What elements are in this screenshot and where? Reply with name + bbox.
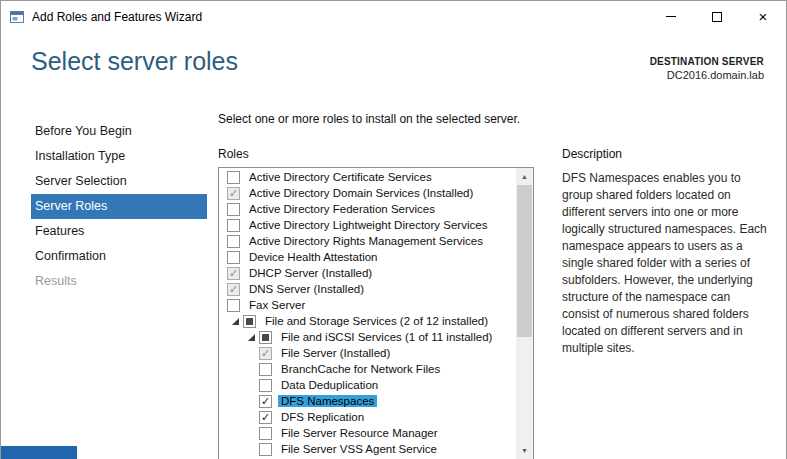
- role-label[interactable]: DFS Namespaces: [278, 395, 377, 407]
- role-label[interactable]: DHCP Server (Installed): [246, 267, 375, 279]
- role-row[interactable]: Fax Server: [219, 297, 516, 313]
- role-row[interactable]: ✓File Server (Installed): [219, 345, 516, 361]
- role-row[interactable]: File and Storage Services (2 of 12 insta…: [219, 313, 516, 329]
- titlebar[interactable]: Add Roles and Features Wizard ×: [1, 1, 786, 32]
- destination-server-name: DC2016.domain.lab: [650, 69, 764, 81]
- sidebar-item-server-roles[interactable]: Server Roles: [31, 194, 207, 219]
- role-label[interactable]: File and iSCSI Services (1 of 11 install…: [278, 331, 495, 343]
- role-row[interactable]: ✓DFS Namespaces: [219, 393, 516, 409]
- role-row[interactable]: Data Deduplication: [219, 377, 516, 393]
- indeterminate-icon: [262, 334, 269, 341]
- sidebar-item-server-selection[interactable]: Server Selection: [31, 169, 207, 194]
- role-label[interactable]: Active Directory Domain Services (Instal…: [246, 187, 476, 199]
- minimize-icon: [666, 16, 676, 17]
- role-checkbox[interactable]: [227, 251, 240, 264]
- role-checkbox[interactable]: [259, 427, 272, 440]
- sidebar-item-before-you-begin[interactable]: Before You Begin: [31, 119, 207, 144]
- role-checkbox[interactable]: ✓: [259, 347, 272, 360]
- role-label[interactable]: Device Health Attestation: [246, 251, 381, 263]
- role-label[interactable]: DNS Server (Installed): [246, 283, 367, 295]
- role-row[interactable]: ✓DFS Replication: [219, 409, 516, 425]
- description-text: DFS Namespaces enables you to group shar…: [562, 170, 770, 357]
- expander-icon[interactable]: [243, 329, 259, 345]
- role-checkbox[interactable]: ✓: [227, 283, 240, 296]
- role-checkbox[interactable]: [259, 379, 272, 392]
- role-row[interactable]: File and iSCSI Services (1 of 11 install…: [219, 329, 516, 345]
- role-checkbox[interactable]: [259, 331, 272, 344]
- role-checkbox[interactable]: [227, 219, 240, 232]
- wizard-content: Before You BeginInstallation TypeServer …: [1, 103, 786, 459]
- roles-label: Roles: [218, 147, 534, 161]
- role-row[interactable]: Active Directory Lightweight Directory S…: [219, 217, 516, 233]
- role-label[interactable]: File Server Resource Manager: [278, 427, 441, 439]
- maximize-icon: [712, 12, 722, 22]
- background-window-fragment: [1, 446, 77, 459]
- role-row[interactable]: ✓DHCP Server (Installed): [219, 265, 516, 281]
- role-row[interactable]: Active Directory Rights Management Servi…: [219, 233, 516, 249]
- window-title: Add Roles and Features Wizard: [32, 10, 202, 24]
- wizard-window: Add Roles and Features Wizard × Select s…: [0, 0, 787, 459]
- sidebar-item-features[interactable]: Features: [31, 219, 207, 244]
- role-checkbox[interactable]: ✓: [259, 395, 272, 408]
- role-checkbox[interactable]: [243, 315, 256, 328]
- scroll-down-icon[interactable]: ▼: [516, 442, 533, 459]
- role-label[interactable]: Active Directory Lightweight Directory S…: [246, 219, 490, 231]
- minimize-button[interactable]: [648, 1, 694, 32]
- roles-list: Active Directory Certificate Services✓Ac…: [218, 167, 534, 459]
- instruction-text: Select one or more roles to install on t…: [218, 112, 534, 126]
- role-checkbox[interactable]: [227, 203, 240, 216]
- role-checkbox[interactable]: [227, 235, 240, 248]
- role-label[interactable]: Data Deduplication: [278, 379, 381, 391]
- role-row[interactable]: File Server VSS Agent Service: [219, 441, 516, 457]
- window-controls: ×: [648, 1, 786, 32]
- role-row[interactable]: ✓DNS Server (Installed): [219, 281, 516, 297]
- wizard-nav: Before You BeginInstallation TypeServer …: [31, 103, 207, 459]
- role-row[interactable]: BranchCache for Network Files: [219, 361, 516, 377]
- maximize-button[interactable]: [694, 1, 740, 32]
- role-label[interactable]: Active Directory Rights Management Servi…: [246, 235, 486, 247]
- wizard-header: Select server roles DESTINATION SERVER D…: [1, 32, 786, 103]
- role-row[interactable]: File Server Resource Manager: [219, 425, 516, 441]
- destination-server-label: DESTINATION SERVER: [650, 56, 764, 67]
- role-row[interactable]: Active Directory Federation Services: [219, 201, 516, 217]
- role-label[interactable]: Active Directory Certificate Services: [246, 171, 435, 183]
- role-checkbox[interactable]: ✓: [227, 267, 240, 280]
- roles-tree: Active Directory Certificate Services✓Ac…: [219, 169, 516, 457]
- role-label[interactable]: BranchCache for Network Files: [278, 363, 443, 375]
- scrollbar[interactable]: ▲ ▼: [516, 168, 533, 459]
- role-checkbox[interactable]: ✓: [227, 187, 240, 200]
- role-label[interactable]: Active Directory Federation Services: [246, 203, 438, 215]
- role-checkbox[interactable]: [227, 171, 240, 184]
- role-checkbox[interactable]: [259, 443, 272, 456]
- sidebar-item-confirmation[interactable]: Confirmation: [31, 244, 207, 269]
- expander-icon[interactable]: [227, 313, 243, 329]
- indeterminate-icon: [246, 318, 253, 325]
- sidebar-item-installation-type[interactable]: Installation Type: [31, 144, 207, 169]
- role-checkbox[interactable]: ✓: [259, 411, 272, 424]
- roles-panel: Select one or more roles to install on t…: [218, 103, 534, 459]
- role-checkbox[interactable]: [259, 363, 272, 376]
- wizard-app-icon: [9, 9, 25, 25]
- sidebar-item-results: Results: [31, 269, 207, 294]
- role-label[interactable]: File and Storage Services (2 of 12 insta…: [262, 315, 491, 327]
- close-button[interactable]: ×: [740, 1, 786, 32]
- role-label[interactable]: DFS Replication: [278, 411, 367, 423]
- role-row[interactable]: ✓Active Directory Domain Services (Insta…: [219, 185, 516, 201]
- role-checkbox[interactable]: [227, 299, 240, 312]
- role-label[interactable]: File Server (Installed): [278, 347, 393, 359]
- role-row[interactable]: Device Health Attestation: [219, 249, 516, 265]
- role-label[interactable]: File Server VSS Agent Service: [278, 443, 440, 455]
- role-label[interactable]: Fax Server: [246, 299, 308, 311]
- scroll-thumb[interactable]: [517, 185, 532, 337]
- description-heading: Description: [562, 147, 770, 161]
- destination-server-block: DESTINATION SERVER DC2016.domain.lab: [650, 47, 764, 81]
- role-row[interactable]: Active Directory Certificate Services: [219, 169, 516, 185]
- page-title: Select server roles: [31, 47, 238, 76]
- scroll-up-icon[interactable]: ▲: [516, 168, 533, 185]
- description-panel: Description DFS Namespaces enables you t…: [562, 103, 770, 459]
